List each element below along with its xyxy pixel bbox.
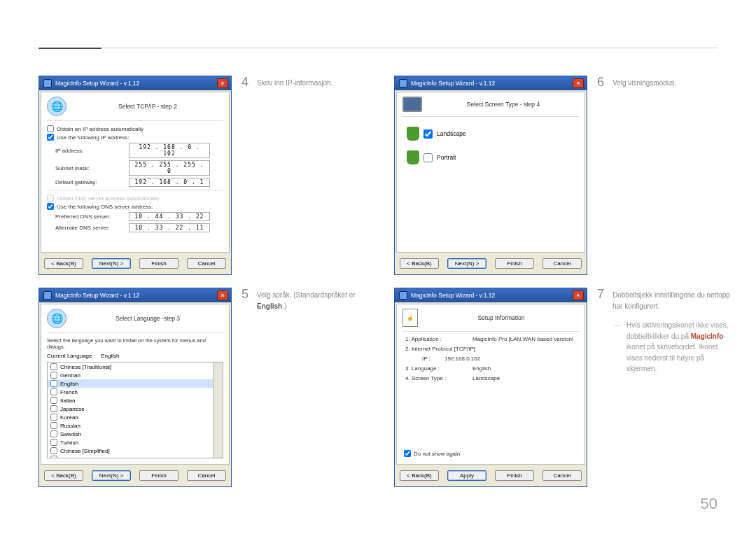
close-icon[interactable]: × — [573, 290, 584, 300]
titlebar: MagicInfo Setup Wizard - v.1.12 × — [39, 76, 231, 90]
tree-icon — [407, 150, 419, 164]
current-lang-label: Current Language : — [47, 353, 95, 359]
language-option[interactable]: German — [48, 371, 223, 379]
window-title: MagicInfo Setup Wizard - v.1.12 — [411, 292, 573, 299]
alt-dns-row: Alternate DNS server:10 . 33 . 22 . 11 — [55, 223, 223, 232]
window-title: MagicInfo Setup Wizard - v.1.12 — [55, 292, 217, 299]
landscape-option[interactable]: Landscape — [407, 127, 575, 141]
current-lang-value: English — [101, 353, 119, 359]
subnet-input[interactable]: 255 . 255 . 255 . 0 — [129, 160, 210, 176]
use-following-ip[interactable]: Use the following IP address: — [47, 134, 223, 141]
tree-icon — [407, 127, 419, 141]
ip-address-input[interactable]: 192 . 168 . 0 . 102 — [129, 143, 210, 158]
language-option[interactable]: Italian — [48, 396, 223, 405]
finish-button[interactable]: Finish — [495, 258, 534, 269]
step-number: 6 — [597, 76, 612, 275]
header-rule-accent — [38, 48, 102, 49]
language-option[interactable]: Swedish — [48, 430, 223, 438]
subnet-row: Subnet mask:255 . 255 . 255 . 0 — [55, 160, 223, 176]
do-not-show-checkbox[interactable]: Do not show again — [404, 450, 460, 457]
tip-text: Hvis aktiveringsikonet ikke vises, dobbe… — [612, 320, 730, 374]
back-button[interactable]: < Back(B) — [44, 258, 83, 269]
app-icon — [399, 291, 407, 300]
summary-protocol: 2. Internet Protocol [TCP/IP] — [405, 346, 576, 352]
back-button[interactable]: < Back(B) — [44, 470, 83, 481]
right-column: MagicInfo Setup Wizard - v.1.12 × Select… — [394, 76, 730, 500]
step-number: 7 — [597, 288, 612, 487]
language-option[interactable]: Korean — [48, 413, 223, 421]
language-option[interactable]: French — [48, 388, 223, 396]
obtain-dns-auto: Obtain DNS server address automatically — [47, 195, 223, 202]
next-button[interactable]: Next(N) > — [92, 470, 131, 481]
step-number: 5 — [241, 288, 257, 487]
language-option[interactable]: Chinese [Simplified] — [48, 447, 223, 455]
ip-address-row: IP address:192 . 168 . 0 . 102 — [55, 143, 223, 158]
apply-button[interactable]: Apply — [447, 470, 486, 481]
panel-title: Select TCP/IP - step 2 — [72, 103, 223, 110]
wizard-window-summary: MagicInfo Setup Wizard - v.1.12 × ☝ Setu… — [394, 288, 587, 487]
wizard-window-step4: MagicInfo Setup Wizard - v.1.12 × Select… — [394, 76, 587, 275]
monitor-icon — [402, 97, 422, 112]
step-6: MagicInfo Setup Wizard - v.1.12 × Select… — [394, 76, 730, 275]
language-option[interactable]: Turkish — [48, 438, 223, 447]
summary-ip: IP :192.168.0.102 — [422, 356, 576, 362]
step-number: 4 — [241, 76, 257, 275]
wizard-window-step2: MagicInfo Setup Wizard - v.1.12 × 🌐 Sele… — [38, 76, 232, 275]
pointer-icon: ☝ — [402, 309, 418, 327]
language-list[interactable]: Chinese [Traditional]GermanEnglishFrench… — [47, 362, 223, 458]
close-icon[interactable]: × — [217, 290, 228, 300]
panel-title: Select Language -step 3 — [72, 315, 223, 322]
gateway-row: Default gateway:192 . 168 . 0 . 1 — [55, 178, 223, 187]
step-text: Skriv inn IP-informasjon. — [257, 76, 332, 275]
globe-icon: 🌐 — [47, 97, 66, 116]
step-7: MagicInfo Setup Wizard - v.1.12 × ☝ Setu… — [394, 288, 730, 487]
cancel-button[interactable]: Cancel — [187, 470, 226, 481]
obtain-ip-auto[interactable]: Obtain an IP address automatically — [47, 125, 223, 132]
language-option[interactable]: English — [48, 379, 223, 388]
portrait-option[interactable]: Portrait — [407, 150, 575, 164]
close-icon[interactable]: × — [217, 78, 228, 88]
cancel-button[interactable]: Cancel — [542, 258, 582, 269]
finish-button[interactable]: Finish — [139, 470, 178, 481]
close-icon[interactable]: × — [573, 78, 584, 88]
header-rule — [38, 48, 718, 48]
language-option[interactable]: Japanese — [48, 405, 223, 413]
next-button[interactable]: Next(N) > — [92, 258, 131, 269]
panel-title: Select Screen Type - step 4 — [428, 101, 579, 108]
app-icon — [399, 79, 407, 87]
back-button[interactable]: < Back(B) — [400, 470, 439, 481]
summary-application: 1. Application :MagicInfo Pro [LAN,WAN b… — [405, 336, 576, 342]
alt-dns-input[interactable]: 10 . 33 . 22 . 11 — [129, 223, 210, 232]
back-button[interactable]: < Back(B) — [400, 258, 439, 269]
language-option[interactable]: Portuguese — [48, 455, 223, 458]
step-text: Velg språk. (Standardspråket er English.… — [257, 288, 374, 487]
use-following-dns[interactable]: Use the following DNS server address: — [47, 203, 223, 210]
summary-language: 3. Language :English — [405, 365, 576, 372]
step-5: MagicInfo Setup Wizard - v.1.12 × 🌐 Sele… — [38, 288, 374, 487]
cancel-button[interactable]: Cancel — [187, 258, 226, 269]
cancel-button[interactable]: Cancel — [542, 470, 582, 481]
language-option[interactable]: Chinese [Traditional] — [48, 363, 223, 371]
window-title: MagicInfo Setup Wizard - v.1.12 — [411, 80, 573, 87]
pref-dns-input[interactable]: 10 . 44 . 33 . 22 — [129, 212, 210, 221]
globe-icon: 🌐 — [47, 309, 66, 328]
step-text: Dobbeltsjekk innstillingene du nettopp h… — [612, 288, 730, 311]
step-text: Velg visningsmodus. — [612, 76, 676, 275]
finish-button[interactable]: Finish — [139, 258, 178, 269]
finish-button[interactable]: Finish — [495, 470, 534, 481]
step-4: MagicInfo Setup Wizard - v.1.12 × 🌐 Sele… — [38, 76, 374, 275]
left-column: MagicInfo Setup Wizard - v.1.12 × 🌐 Sele… — [38, 76, 374, 500]
pref-dns-row: Preferred DNS server:10 . 44 . 33 . 22 — [55, 212, 223, 221]
wizard-window-step3: MagicInfo Setup Wizard - v.1.12 × 🌐 Sele… — [38, 288, 232, 487]
next-button[interactable]: Next(N) > — [447, 258, 486, 269]
summary-screen: 4. Screen Type :Landscape — [405, 375, 576, 381]
app-icon — [43, 291, 52, 300]
window-title: MagicInfo Setup Wizard - v.1.12 — [55, 80, 217, 87]
lang-desc: Select the language you want to install … — [47, 337, 223, 350]
gateway-input[interactable]: 192 . 168 . 0 . 1 — [129, 178, 210, 187]
app-icon — [43, 79, 52, 87]
panel-title: Setup Information — [424, 314, 579, 321]
language-option[interactable]: Russian — [48, 421, 223, 430]
